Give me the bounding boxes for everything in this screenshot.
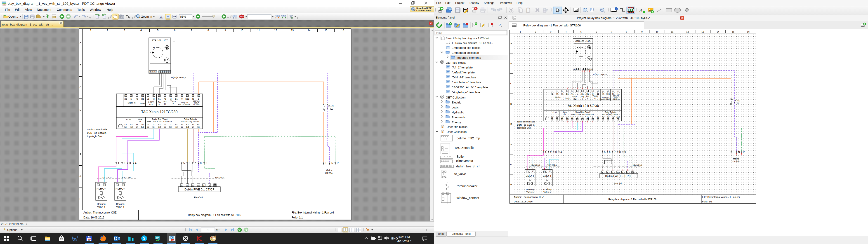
svg-text:Pneumatic: Pneumatic — [452, 116, 466, 119]
svg-text:QET Collection: QET Collection — [446, 96, 465, 99]
svg-text:QET title blocks: QET title blocks — [446, 61, 466, 64]
svg-text:Hydraulic: Hydraulic — [452, 111, 464, 114]
svg-text:Energy: Energy — [452, 121, 461, 124]
svg-text:64: 64 — [88, 240, 90, 241]
svg-text:climaveneta: climaveneta — [456, 159, 473, 163]
svg-text:User Collection: User Collection — [447, 130, 467, 133]
svg-text:Open...: Open... — [8, 15, 18, 18]
svg-text:"DIN_A4" template: "DIN_A4" template — [452, 76, 476, 79]
svg-text:i: i — [616, 8, 617, 10]
svg-text:A: A — [639, 7, 643, 13]
svg-text:"double-logo" template: "double-logo" template — [452, 81, 481, 84]
svg-text:8:04 PM: 8:04 PM — [399, 235, 410, 238]
svg-text:Imported elements: Imported elements — [457, 56, 481, 59]
svg-text:ENG: ENG — [391, 237, 398, 240]
svg-text:Embedded collection: Embedded collection — [452, 51, 479, 55]
svg-text:TAC Xenta lib: TAC Xenta lib — [454, 146, 474, 150]
svg-text:1: 1 — [207, 228, 209, 232]
svg-text:Options: Options — [7, 228, 18, 232]
svg-text:86%: 86% — [180, 15, 186, 18]
svg-text:Circuit-breaker: Circuit-breaker — [457, 184, 477, 188]
svg-text:PDF: PDF — [3, 4, 6, 5]
svg-text:"default" template: "default" template — [452, 71, 475, 74]
svg-text:Electric: Electric — [452, 101, 461, 104]
svg-text:Logic: Logic — [452, 106, 459, 109]
svg-text:S: S — [143, 236, 145, 241]
svg-text:1 - Relay box diagram - 1 Fan: 1 - Relay box diagram - 1 Fan coil... — [452, 41, 493, 44]
svg-text:Project Relay box diagram- 1 V: Project Relay box diagram- 1 VCV wit... — [446, 37, 491, 39]
svg-text:Ask: Ask — [240, 16, 244, 18]
svg-text:Boiler: Boiler — [457, 155, 465, 158]
svg-text:4/10/2017: 4/10/2017 — [397, 240, 411, 243]
svg-text:window_contact: window_contact — [456, 196, 479, 200]
svg-text:OCR: OCR — [53, 16, 56, 18]
svg-text:daikin_fwe_ct_cf: daikin_fwe_ct_cf — [456, 164, 480, 168]
svg-text:PDF: PDF — [171, 239, 175, 241]
svg-text:Zoom In: Zoom In — [141, 15, 152, 18]
svg-text:"A4_1" template: "A4_1" template — [452, 66, 473, 69]
svg-text:1:1: 1:1 — [601, 9, 603, 11]
svg-text:Embedded title blocks: Embedded title blocks — [452, 46, 480, 50]
svg-text:T: T — [126, 15, 128, 19]
svg-text:"single-logo" template: "single-logo" template — [452, 91, 480, 94]
svg-text:1:1: 1:1 — [160, 16, 162, 18]
svg-text:fc_valve: fc_valve — [454, 172, 466, 176]
svg-text:"ISO7200_A4_V1" template: "ISO7200_A4_V1" template — [452, 86, 488, 89]
svg-text:of 1: of 1 — [216, 228, 221, 232]
svg-text:User title blocks: User title blocks — [447, 125, 467, 128]
svg-text:belimo_mft2_mp: belimo_mft2_mp — [457, 136, 480, 140]
